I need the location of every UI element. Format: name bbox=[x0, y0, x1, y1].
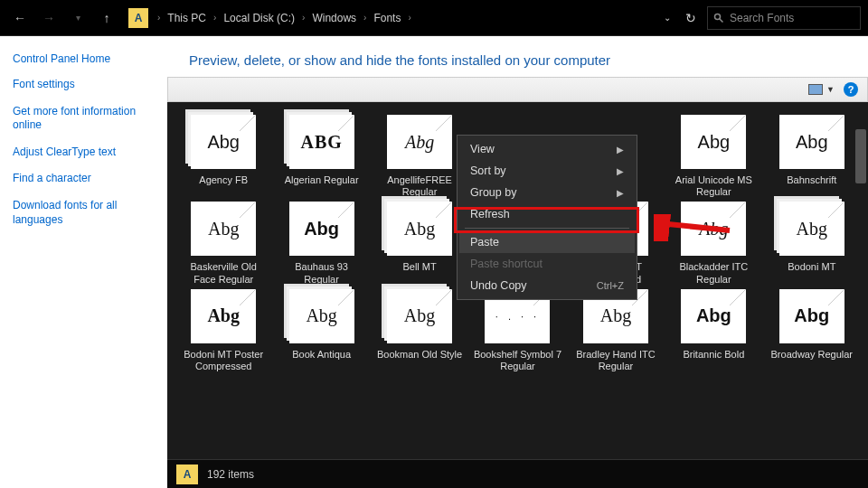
font-item[interactable]: AbgBauhaus 93 Regular bbox=[272, 202, 370, 285]
context-paste[interactable]: Paste bbox=[459, 231, 635, 253]
sidebar: Control Panel Home Font settings Get mor… bbox=[0, 36, 167, 488]
font-thumbnail: Abg bbox=[191, 202, 256, 256]
font-thumbnail: Abg bbox=[289, 202, 354, 256]
help-icon[interactable]: ? bbox=[844, 82, 858, 97]
view-options-button[interactable]: ▼ bbox=[808, 84, 835, 95]
navigation-bar: ← → ▾ ↑ A › This PC› Local Disk (C:)› Wi… bbox=[0, 0, 868, 36]
font-sample: Abg bbox=[698, 132, 731, 153]
font-label: Algerian Regular bbox=[285, 174, 359, 198]
font-thumbnail: Abg bbox=[387, 289, 452, 343]
content-pane: Preview, delete, or show and hide the fo… bbox=[167, 36, 868, 488]
font-thumbnail: ABG bbox=[289, 115, 354, 169]
fonts-folder-icon: A bbox=[128, 8, 148, 28]
font-sample: Abg bbox=[207, 305, 240, 326]
font-item[interactable]: AbgAngellifeFREE Regular bbox=[371, 115, 468, 198]
font-item[interactable]: AbgBahnschrift bbox=[763, 115, 861, 198]
status-bar: A 192 items bbox=[167, 459, 868, 488]
font-item[interactable]: AbgBodoni MT bbox=[763, 202, 861, 285]
item-count: 192 items bbox=[207, 468, 254, 481]
font-item[interactable]: AbgBell MT bbox=[371, 202, 468, 285]
font-label: Bodoni MT Poster Compressed bbox=[178, 349, 269, 372]
font-thumbnail: Abg bbox=[387, 202, 452, 256]
font-item[interactable]: AbgArial Unicode MS Regular bbox=[665, 115, 762, 198]
font-label: Broadway Regular bbox=[771, 349, 854, 372]
font-label: Bookshelf Symbol 7 Regular bbox=[472, 349, 562, 372]
search-icon bbox=[713, 13, 724, 23]
view-icon bbox=[808, 84, 823, 95]
font-label: Arial Unicode MS Regular bbox=[668, 174, 759, 198]
forward-button[interactable]: → bbox=[36, 5, 61, 31]
font-thumbnail: Abg bbox=[779, 289, 844, 343]
font-label: Agency FB bbox=[199, 174, 248, 198]
font-thumbnail: Abg bbox=[779, 202, 844, 256]
font-thumbnail: Abg bbox=[289, 289, 354, 343]
fonts-grid-container: AbgAgency FBABGAlgerian RegularAbgAngell… bbox=[167, 102, 868, 488]
font-thumbnail: Abg bbox=[779, 115, 844, 169]
font-sample: Abg bbox=[797, 219, 827, 239]
chevron-right-icon: ▶ bbox=[617, 188, 624, 198]
font-thumbnail: Abg bbox=[191, 115, 256, 169]
context-refresh[interactable]: Refresh bbox=[459, 203, 635, 225]
refresh-icon[interactable]: ↻ bbox=[682, 7, 700, 29]
font-item[interactable]: ABGAlgerian Regular bbox=[272, 115, 370, 198]
font-label: Blackadder ITC Regular bbox=[668, 261, 759, 285]
font-item[interactable]: AbgBook Antiqua bbox=[272, 289, 370, 372]
font-sample: Abg bbox=[306, 305, 336, 326]
chevron-right-icon: ▶ bbox=[617, 166, 624, 176]
main-area: Control Panel Home Font settings Get mor… bbox=[0, 36, 868, 488]
breadcrumb-item[interactable]: This PC bbox=[162, 8, 212, 28]
page-title: Preview, delete, or show and hide the fo… bbox=[167, 36, 868, 77]
font-sample: Abg bbox=[794, 305, 829, 326]
recent-dropdown[interactable]: ▾ bbox=[65, 5, 90, 31]
font-item[interactable]: AbgAgency FB bbox=[175, 115, 272, 198]
font-item[interactable]: · . · ·Bookshelf Symbol 7 Regular bbox=[468, 289, 566, 372]
font-sample: · . · · bbox=[495, 311, 540, 322]
context-view[interactable]: View▶ bbox=[459, 138, 635, 160]
font-label: AngellifeFREE Regular bbox=[374, 174, 465, 198]
font-item[interactable]: AbgBaskerville Old Face Regular bbox=[175, 202, 272, 285]
font-thumbnail: Abg bbox=[681, 115, 746, 169]
breadcrumb-item[interactable]: Windows bbox=[307, 8, 362, 28]
sidebar-link[interactable]: Adjust ClearType text bbox=[13, 145, 155, 160]
font-label: Bauhaus 93 Regular bbox=[277, 261, 367, 285]
font-thumbnail: Abg bbox=[387, 115, 452, 169]
fonts-folder-icon: A bbox=[176, 465, 198, 484]
font-thumbnail: Abg bbox=[681, 202, 746, 256]
font-sample: Abg bbox=[304, 219, 339, 239]
sidebar-link[interactable]: Get more font information online bbox=[13, 105, 155, 133]
font-sample: ABG bbox=[300, 132, 342, 153]
breadcrumb[interactable]: › This PC› Local Disk (C:)› Windows› Fon… bbox=[157, 8, 656, 28]
font-item[interactable]: AbgBodoni MT Poster Compressed bbox=[175, 289, 272, 372]
sidebar-link[interactable]: Find a character bbox=[13, 172, 155, 186]
address-dropdown-icon[interactable]: ⌄ bbox=[660, 9, 675, 26]
menu-separator bbox=[465, 228, 629, 229]
breadcrumb-item[interactable]: Local Disk (C:) bbox=[218, 8, 300, 28]
sidebar-link[interactable]: Font settings bbox=[13, 78, 155, 92]
font-item[interactable]: AbgBritannic Bold bbox=[665, 289, 762, 372]
context-sort[interactable]: Sort by▶ bbox=[459, 160, 635, 182]
font-sample: Abg bbox=[207, 132, 240, 153]
font-sample: Abg bbox=[405, 132, 434, 153]
font-item[interactable]: AbgBookman Old Style bbox=[371, 289, 468, 372]
context-group[interactable]: Group by▶ bbox=[459, 182, 635, 203]
sidebar-home-link[interactable]: Control Panel Home bbox=[13, 52, 155, 65]
font-label: Bookman Old Style bbox=[377, 349, 462, 372]
scrollbar-thumb[interactable] bbox=[855, 129, 866, 183]
breadcrumb-item[interactable]: Fonts bbox=[368, 8, 406, 28]
svg-line-1 bbox=[720, 18, 723, 22]
font-item[interactable]: AbgBroadway Regular bbox=[763, 289, 861, 372]
font-label: Book Antiqua bbox=[292, 349, 351, 372]
back-button[interactable]: ← bbox=[7, 5, 33, 31]
font-sample: Abg bbox=[600, 305, 631, 326]
up-button[interactable]: ↑ bbox=[94, 5, 119, 31]
sidebar-link[interactable]: Download fonts for all languages bbox=[13, 199, 155, 227]
content-toolbar: ▼ ? bbox=[167, 77, 868, 102]
font-label: Bradley Hand ITC Regular bbox=[571, 349, 661, 372]
font-label: Bahnschrift bbox=[787, 174, 836, 198]
font-item[interactable]: AbgBlackadder ITC Regular bbox=[665, 202, 762, 285]
context-undo[interactable]: Undo CopyCtrl+Z bbox=[459, 275, 635, 296]
search-input[interactable]: Search Fonts bbox=[707, 6, 861, 30]
svg-point-0 bbox=[715, 14, 721, 19]
font-sample: Abg bbox=[796, 132, 828, 153]
font-item[interactable]: AbgBradley Hand ITC Regular bbox=[567, 289, 665, 372]
